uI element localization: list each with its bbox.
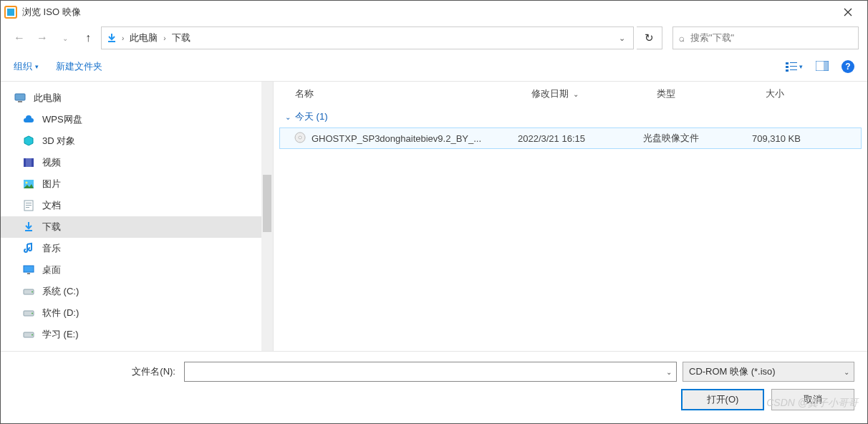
svg-rect-3 — [786, 62, 789, 64]
address-dropdown[interactable]: ⌄ — [612, 34, 632, 43]
svg-rect-6 — [790, 66, 797, 67]
disc-icon — [294, 132, 306, 145]
refresh-button[interactable]: ↻ — [637, 26, 662, 49]
tree-item[interactable]: 音乐 — [1, 238, 273, 259]
tree-item[interactable]: WPS网盘 — [1, 109, 273, 130]
tree-item[interactable]: 3D 对象 — [1, 130, 273, 152]
doc-icon — [22, 199, 35, 212]
file-row[interactable]: GHOSTXP_SP3donghaitebiev9.2_BY_...2022/3… — [279, 127, 862, 149]
svg-point-28 — [32, 313, 33, 314]
svg-rect-2 — [108, 41, 115, 42]
svg-rect-23 — [24, 266, 34, 272]
svg-rect-24 — [27, 273, 30, 274]
drive-icon — [22, 328, 35, 341]
file-dialog: 浏览 ISO 映像 ← → ⌄ ↑ › 此电脑 › 下载 ⌄ ↻ ⌕ 搜索"下载… — [0, 0, 868, 424]
drive-icon — [22, 285, 35, 298]
svg-rect-12 — [18, 101, 22, 102]
back-button[interactable]: ← — [9, 28, 29, 48]
organize-menu[interactable]: 组织 ▾ — [14, 60, 39, 73]
svg-rect-5 — [786, 66, 789, 68]
svg-rect-10 — [824, 61, 829, 71]
breadcrumb-current[interactable]: 下载 — [168, 32, 195, 44]
video-icon — [22, 156, 35, 169]
filename-label: 文件名(N): — [14, 365, 178, 378]
file-list-pane: 名称 修改日期⌄ 类型 大小 ⌄ 今天 (1) GHOSTXP_SP3dongh… — [274, 82, 867, 351]
filename-input[interactable]: ⌄ — [184, 362, 677, 382]
sidebar-scrollbar[interactable] — [261, 82, 273, 351]
col-size[interactable]: 大小 — [766, 87, 857, 100]
image-icon — [22, 178, 35, 191]
tree-item[interactable]: 图片 — [1, 173, 273, 195]
download-icon — [22, 221, 35, 233]
svg-point-32 — [299, 136, 302, 139]
svg-rect-15 — [32, 158, 34, 167]
svg-rect-7 — [786, 69, 789, 72]
chevron-down-icon: ⌄ — [844, 368, 849, 376]
tree-item[interactable]: 文档 — [1, 195, 273, 216]
svg-rect-20 — [26, 205, 32, 206]
svg-rect-1 — [7, 9, 14, 16]
nav-tree: 此电脑WPS网盘3D 对象视频图片文档下载音乐桌面系统 (C:)软件 (D:)学… — [1, 82, 273, 351]
breadcrumb-root[interactable]: 此电脑 — [125, 32, 162, 44]
desktop-icon — [22, 264, 35, 276]
download-location-icon — [103, 29, 120, 47]
window-title: 浏览 ISO 映像 — [22, 6, 831, 19]
sort-indicator-icon: ⌄ — [573, 90, 579, 98]
filename-dropdown[interactable]: ⌄ — [666, 368, 672, 376]
tree-item[interactable]: 软件 (D:) — [1, 302, 273, 324]
svg-rect-21 — [26, 207, 29, 208]
search-icon: ⌕ — [679, 32, 685, 44]
svg-point-26 — [32, 292, 33, 293]
breadcrumb-sep-icon: › — [120, 34, 125, 42]
search-input[interactable]: ⌕ 搜索"下载" — [672, 26, 859, 49]
tree-item[interactable]: 下载 — [1, 216, 273, 238]
tree-item[interactable]: 桌面 — [1, 259, 273, 281]
cube-icon — [22, 135, 35, 148]
svg-point-30 — [32, 334, 33, 336]
help-button[interactable]: ? — [842, 60, 854, 73]
close-button[interactable] — [831, 1, 864, 24]
column-headers[interactable]: 名称 修改日期⌄ 类型 大小 — [274, 82, 867, 106]
tree-root-this-pc[interactable]: 此电脑 — [1, 87, 273, 109]
toolbar: 组织 ▾ 新建文件夹 ▾ ? — [1, 52, 867, 81]
search-placeholder: 搜索"下载" — [690, 32, 734, 44]
col-type[interactable]: 类型 — [657, 87, 766, 100]
svg-point-17 — [26, 182, 28, 184]
address-bar[interactable]: › 此电脑 › 下载 ⌄ — [101, 26, 634, 49]
view-options-button[interactable]: ▾ — [786, 62, 803, 72]
chevron-down-icon: ▾ — [35, 63, 39, 70]
up-button[interactable]: ↑ — [78, 28, 98, 48]
cloud-icon — [22, 113, 35, 126]
main-area: 此电脑WPS网盘3D 对象视频图片文档下载音乐桌面系统 (C:)软件 (D:)学… — [1, 81, 867, 352]
app-icon — [4, 5, 18, 19]
titlebar: 浏览 ISO 映像 — [1, 1, 867, 24]
bottom-bar: 文件名(N): ⌄ CD-ROM 映像 (*.iso) ⌄ 打开(O) 取消 — [1, 352, 867, 423]
nav-row: ← → ⌄ ↑ › 此电脑 › 下载 ⌄ ↻ ⌕ 搜索"下载" — [1, 24, 867, 52]
music-icon — [22, 242, 35, 255]
group-header[interactable]: ⌄ 今天 (1) — [274, 106, 867, 127]
cancel-button[interactable]: 取消 — [771, 389, 854, 410]
col-date[interactable]: 修改日期⌄ — [531, 87, 657, 100]
chevron-down-icon: ⌄ — [285, 113, 291, 121]
svg-rect-4 — [790, 62, 797, 63]
tree-item[interactable]: 视频 — [1, 152, 273, 173]
svg-rect-11 — [15, 94, 25, 100]
svg-rect-8 — [790, 69, 797, 70]
forward-button[interactable]: → — [32, 28, 52, 48]
file-type-filter[interactable]: CD-ROM 映像 (*.iso) ⌄ — [683, 362, 854, 382]
breadcrumb-sep-icon: › — [162, 34, 167, 42]
svg-rect-14 — [24, 158, 26, 167]
new-folder-button[interactable]: 新建文件夹 — [56, 60, 102, 73]
svg-rect-22 — [25, 230, 32, 231]
pc-icon — [14, 92, 26, 105]
tree-item[interactable]: 学习 (E:) — [1, 324, 273, 345]
tree-item[interactable]: 系统 (C:) — [1, 281, 273, 302]
col-name[interactable]: 名称 — [295, 87, 531, 100]
preview-pane-button[interactable] — [816, 61, 829, 73]
svg-rect-19 — [26, 203, 32, 203]
open-button[interactable]: 打开(O) — [681, 389, 764, 410]
drive-icon — [22, 307, 35, 319]
history-dropdown[interactable]: ⌄ — [55, 28, 75, 48]
